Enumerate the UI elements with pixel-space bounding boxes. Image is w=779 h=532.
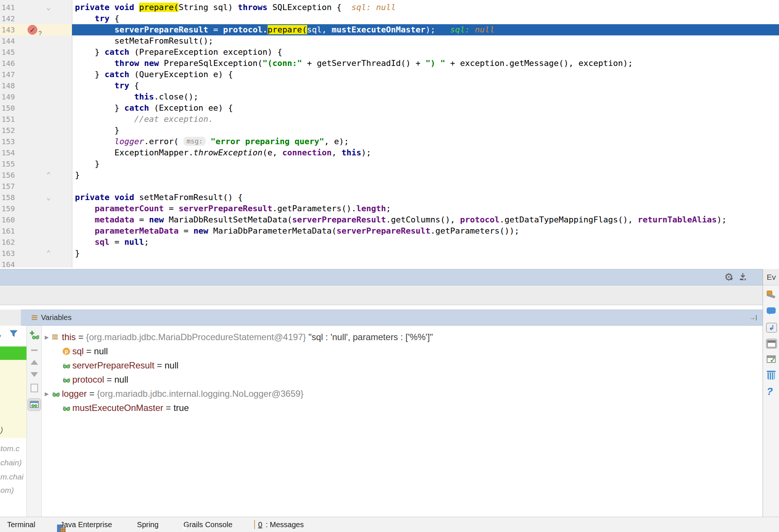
variable-row[interactable]: serverPrepareResult = null (45, 358, 763, 373)
code-editor[interactable]: 140141⌄private void prepare(String sql) … (0, 0, 779, 267)
variable-row[interactable]: protocol = null (45, 373, 763, 387)
gutter-cell[interactable]: 152 (0, 125, 72, 136)
gutter-cell[interactable]: 147 (0, 69, 72, 80)
code-text[interactable]: } (72, 170, 779, 181)
code-text[interactable]: } (72, 158, 779, 170)
gutter-cell[interactable]: 162 (0, 237, 72, 248)
gutter-cell[interactable]: 149 (0, 91, 72, 102)
code-line[interactable]: 161parameterMetaData = new MariaDbParame… (0, 225, 779, 237)
code-line[interactable]: 150} catch (Exception ee) { (0, 102, 779, 114)
code-text[interactable]: private void setMetaFromResult() { (72, 192, 779, 203)
frame-fragment[interactable]: tom.c (0, 444, 19, 453)
code-line[interactable]: 146throw new PrepareSqlException("(conn:… (0, 58, 779, 69)
fold-marker-icon[interactable]: ⌄ (46, 1, 51, 13)
code-text[interactable] (72, 259, 779, 267)
help-icon[interactable]: ? (766, 387, 779, 397)
statusbar-item-javaee[interactable]: Java Enterprise (57, 520, 112, 529)
variable-row[interactable]: ▶this = {org.mariadb.jdbc.MariaDbProcedu… (45, 330, 763, 344)
gutter-cell[interactable]: 160 (0, 214, 72, 225)
frame-fragment[interactable]: om) (0, 486, 14, 495)
mark-read-button[interactable]: ✓ (766, 355, 779, 365)
code-line[interactable]: 145} catch (PrepareException exception) … (0, 47, 779, 58)
gutter-cell[interactable]: 164 (0, 259, 72, 267)
gutter-cell[interactable]: 142 (0, 13, 72, 24)
gutter-cell[interactable]: 145 (0, 47, 72, 58)
restore-layout-icon[interactable] (739, 272, 747, 282)
code-line[interactable]: 148try { (0, 80, 779, 91)
gutter-cell[interactable]: 163⌃ (0, 248, 72, 259)
code-line[interactable]: 152} (0, 125, 779, 136)
frame-fragment[interactable]: ) (0, 425, 3, 434)
code-text[interactable] (72, 181, 779, 192)
pin-right-icon[interactable]: → (749, 315, 757, 320)
gutter-cell[interactable]: 161 (0, 225, 72, 237)
settings-icon[interactable] (766, 291, 779, 301)
gutter-cell[interactable]: 143✓? (0, 24, 72, 35)
duplicate-button[interactable] (31, 384, 38, 392)
code-line[interactable]: 153logger.error( msg: "error preparing q… (0, 136, 779, 147)
code-text[interactable]: parameterMetaData = new MariaDbParameter… (72, 225, 779, 237)
code-text[interactable]: } catch (Exception ee) { (72, 102, 779, 114)
code-text[interactable]: } (72, 248, 779, 259)
move-down-button[interactable] (31, 372, 38, 377)
code-line[interactable]: 154ExceptionMapper.throwException(e, con… (0, 147, 779, 158)
code-text[interactable]: setMetaFromResult(); (72, 35, 779, 47)
remove-watch-button[interactable] (31, 349, 38, 351)
code-text[interactable]: try { (72, 13, 779, 24)
gutter-cell[interactable]: 153 (0, 136, 72, 147)
code-text[interactable]: metadata = new MariaDbResultSetMetaData(… (72, 214, 779, 225)
code-line[interactable]: 157 (0, 181, 779, 192)
code-text[interactable]: private void prepare(String sql) throws … (72, 2, 779, 13)
fold-marker-icon[interactable]: ⌃ (46, 169, 51, 180)
gutter-cell[interactable]: 155 (0, 158, 72, 170)
code-text[interactable]: parameterCount = serverPrepareResult.get… (72, 203, 779, 214)
code-text[interactable]: sql = null; (72, 237, 779, 248)
move-up-button[interactable] (31, 360, 38, 365)
variable-row[interactable]: ▶logger = {org.mariadb.jdbc.internal.log… (45, 387, 763, 401)
code-text[interactable]: //eat exception. (72, 114, 779, 125)
code-text[interactable]: this.close(); (72, 91, 779, 102)
code-text[interactable]: logger.error( msg: "error preparing quer… (72, 136, 779, 147)
gutter-cell[interactable]: 146 (0, 58, 72, 69)
code-line[interactable]: 163⌃} (0, 248, 779, 259)
code-line[interactable]: 143✓?serverPrepareResult = protocol.prep… (0, 24, 779, 35)
code-line[interactable]: 162sql = null; (0, 237, 779, 248)
clear-all-button[interactable] (766, 371, 779, 381)
code-line[interactable]: 151//eat exception. (0, 114, 779, 125)
code-line[interactable]: 142try { (0, 13, 779, 24)
frame-fragment[interactable]: m.chai (0, 472, 23, 481)
code-line[interactable]: 159parameterCount = serverPrepareResult.… (0, 203, 779, 214)
expand-arrow-icon[interactable]: ▶ (45, 391, 52, 397)
code-text[interactable]: try { (72, 80, 779, 91)
code-text[interactable]: serverPrepareResult = protocol.prepare(s… (72, 24, 779, 35)
statusbar-item-grails[interactable]: Grails Console (180, 520, 232, 529)
code-line[interactable]: 144setMetaFromResult(); (0, 35, 779, 47)
fold-marker-icon[interactable]: ⌄ (46, 191, 51, 203)
frames-panel[interactable]: ▾ )tom.cchain)m.chaiom) (0, 326, 27, 517)
code-line[interactable]: 156⌃} (0, 170, 779, 181)
gutter-cell[interactable]: 158⌄ (0, 192, 72, 203)
variables-tab[interactable]: Variables → (21, 310, 763, 326)
show-watches-button[interactable] (28, 398, 41, 411)
chevron-down-icon[interactable]: ▾ (0, 332, 1, 341)
code-line[interactable]: 147} catch (QueryException e) { (0, 69, 779, 80)
filter-funnel-icon[interactable] (10, 330, 18, 339)
selected-frame-row[interactable] (0, 346, 26, 360)
statusbar-item-messages[interactable]: 0: Messages (254, 520, 304, 529)
variables-tree[interactable]: ▶this = {org.mariadb.jdbc.MariaDbProcedu… (42, 326, 763, 517)
statusbar-item-spring[interactable]: Spring (134, 520, 159, 529)
variable-row[interactable]: mustExecuteOnMaster = true (45, 401, 763, 415)
library-frames-block[interactable] (0, 360, 26, 438)
code-text[interactable]: ExceptionMapper.throwException(e, connec… (72, 147, 779, 158)
code-line[interactable]: 149this.close(); (0, 91, 779, 102)
breakpoint-icon[interactable]: ✓ (28, 25, 37, 35)
gutter-cell[interactable]: 156⌃ (0, 170, 72, 181)
fold-marker-icon[interactable]: ⌃ (46, 247, 51, 259)
code-line[interactable]: 164 (0, 259, 779, 267)
gear-icon[interactable]: ⚙▾ (724, 272, 733, 282)
frame-fragment[interactable]: chain) (0, 458, 22, 467)
gutter-cell[interactable]: 159 (0, 203, 72, 214)
gutter-cell[interactable]: 157 (0, 181, 72, 192)
code-line[interactable]: 158⌄private void setMetaFromResult() { (0, 192, 779, 203)
code-text[interactable]: } catch (PrepareException exception) { (72, 47, 779, 58)
